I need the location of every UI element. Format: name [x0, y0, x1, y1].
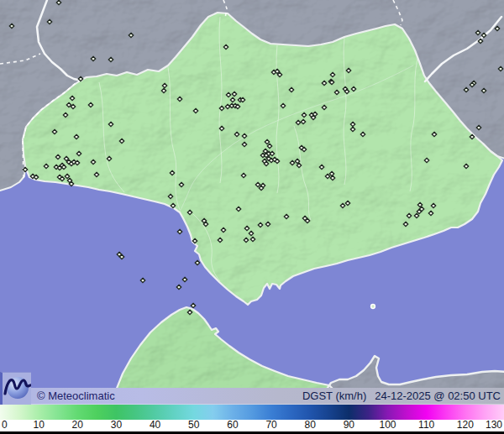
alboran-island	[371, 305, 375, 309]
scale-tick-label: 120	[457, 420, 474, 431]
datetime-label: 24-12-2025 @ 02:50 UTC	[375, 390, 501, 402]
credit-text: © Meteoclimatic	[37, 388, 115, 405]
scale-tick-label: 30	[111, 420, 122, 431]
scale-tick-label: 90	[344, 420, 354, 431]
scale-tick-label: 50	[188, 420, 199, 431]
scale-tick-label: 10	[33, 420, 44, 431]
map-canvas	[0, 0, 504, 388]
footer-bar: © Meteoclimatic DGST (km/h)24-12-2025 @ …	[0, 388, 504, 405]
weather-map-screenshot: © Meteoclimatic DGST (km/h)24-12-2025 @ …	[0, 0, 504, 434]
scale-tick-label: 40	[150, 420, 160, 431]
color-scale-gradient	[0, 405, 504, 420]
map-svg	[0, 0, 504, 388]
logo-icon	[3, 373, 31, 405]
scale-tick-label: 70	[265, 420, 276, 431]
meteoclimatic-logo	[0, 372, 31, 405]
scale-tick-label: 130	[486, 420, 502, 431]
scale-tick-label: 60	[227, 420, 238, 431]
scale-tick-label: 0	[2, 420, 8, 431]
scale-tick-label: 20	[72, 420, 83, 431]
scale-tick-label: 100	[380, 420, 396, 431]
scale-tick-label: 80	[305, 420, 316, 431]
color-scale-labels: 0102030405060708090100110120130	[0, 420, 504, 431]
scale-tick-label: 110	[418, 420, 434, 431]
product-datetime: DGST (km/h)24-12-2025 @ 02:50 UTC	[302, 388, 501, 405]
product-label: DGST (km/h)	[302, 390, 366, 402]
